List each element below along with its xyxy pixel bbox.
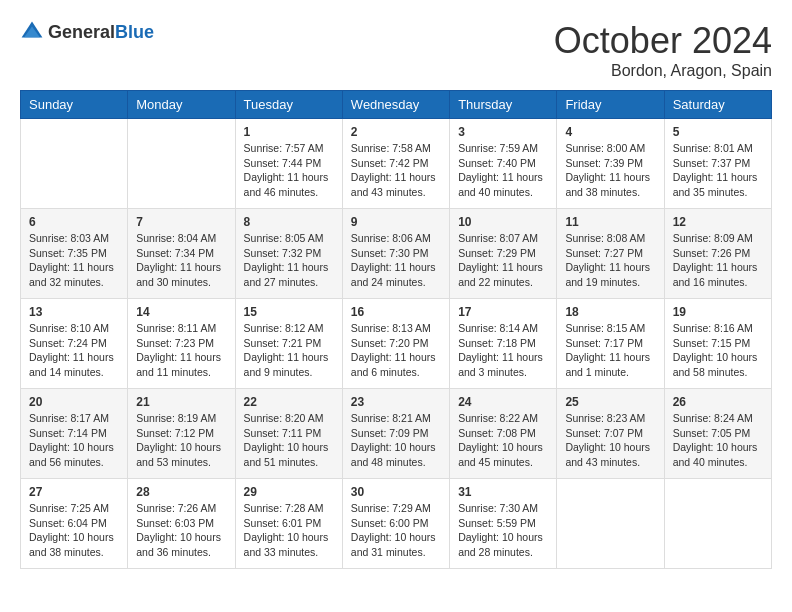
cell-0-5: 4 Sunrise: 8:00 AM Sunset: 7:39 PM Dayli… (557, 119, 664, 209)
week-row-4: 27 Sunrise: 7:25 AM Sunset: 6:04 PM Dayl… (21, 479, 772, 569)
day-info: Sunrise: 8:24 AM Sunset: 7:05 PM Dayligh… (673, 411, 763, 470)
sunrise: Sunrise: 8:17 AM (29, 412, 109, 424)
sunset: Sunset: 7:39 PM (565, 157, 643, 169)
cell-2-5: 18 Sunrise: 8:15 AM Sunset: 7:17 PM Dayl… (557, 299, 664, 389)
day-info: Sunrise: 8:08 AM Sunset: 7:27 PM Dayligh… (565, 231, 655, 290)
logo-text: GeneralBlue (48, 22, 154, 43)
daylight: Daylight: 11 hours and 22 minutes. (458, 261, 543, 288)
sunset: Sunset: 7:07 PM (565, 427, 643, 439)
cell-1-2: 8 Sunrise: 8:05 AM Sunset: 7:32 PM Dayli… (235, 209, 342, 299)
sunset: Sunset: 7:14 PM (29, 427, 107, 439)
day-number: 21 (136, 395, 226, 409)
daylight: Daylight: 10 hours and 53 minutes. (136, 441, 221, 468)
header-wednesday: Wednesday (342, 91, 449, 119)
day-info: Sunrise: 8:14 AM Sunset: 7:18 PM Dayligh… (458, 321, 548, 380)
cell-4-1: 28 Sunrise: 7:26 AM Sunset: 6:03 PM Dayl… (128, 479, 235, 569)
day-number: 18 (565, 305, 655, 319)
sunrise: Sunrise: 8:08 AM (565, 232, 645, 244)
day-number: 6 (29, 215, 119, 229)
cell-1-3: 9 Sunrise: 8:06 AM Sunset: 7:30 PM Dayli… (342, 209, 449, 299)
sunrise: Sunrise: 7:59 AM (458, 142, 538, 154)
daylight: Daylight: 11 hours and 16 minutes. (673, 261, 758, 288)
daylight: Daylight: 10 hours and 38 minutes. (29, 531, 114, 558)
sunset: Sunset: 7:12 PM (136, 427, 214, 439)
sunrise: Sunrise: 8:11 AM (136, 322, 216, 334)
sunset: Sunset: 6:00 PM (351, 517, 429, 529)
cell-2-1: 14 Sunrise: 8:11 AM Sunset: 7:23 PM Dayl… (128, 299, 235, 389)
sunset: Sunset: 7:18 PM (458, 337, 536, 349)
sunrise: Sunrise: 7:28 AM (244, 502, 324, 514)
day-number: 26 (673, 395, 763, 409)
sunrise: Sunrise: 8:19 AM (136, 412, 216, 424)
cell-0-0 (21, 119, 128, 209)
daylight: Daylight: 10 hours and 48 minutes. (351, 441, 436, 468)
month-title: October 2024 (554, 20, 772, 62)
sunset: Sunset: 7:15 PM (673, 337, 751, 349)
daylight: Daylight: 10 hours and 51 minutes. (244, 441, 329, 468)
sunset: Sunset: 6:01 PM (244, 517, 322, 529)
daylight: Daylight: 10 hours and 43 minutes. (565, 441, 650, 468)
day-number: 12 (673, 215, 763, 229)
daylight: Daylight: 10 hours and 58 minutes. (673, 351, 758, 378)
daylight: Daylight: 11 hours and 24 minutes. (351, 261, 436, 288)
day-info: Sunrise: 7:57 AM Sunset: 7:44 PM Dayligh… (244, 141, 334, 200)
cell-4-6 (664, 479, 771, 569)
daylight: Daylight: 10 hours and 45 minutes. (458, 441, 543, 468)
header-monday: Monday (128, 91, 235, 119)
daylight: Daylight: 11 hours and 38 minutes. (565, 171, 650, 198)
day-info: Sunrise: 8:10 AM Sunset: 7:24 PM Dayligh… (29, 321, 119, 380)
day-info: Sunrise: 8:15 AM Sunset: 7:17 PM Dayligh… (565, 321, 655, 380)
day-info: Sunrise: 7:25 AM Sunset: 6:04 PM Dayligh… (29, 501, 119, 560)
day-info: Sunrise: 8:20 AM Sunset: 7:11 PM Dayligh… (244, 411, 334, 470)
sunset: Sunset: 7:29 PM (458, 247, 536, 259)
sunset: Sunset: 7:40 PM (458, 157, 536, 169)
sunset: Sunset: 7:05 PM (673, 427, 751, 439)
sunrise: Sunrise: 8:16 AM (673, 322, 753, 334)
title-section: October 2024 Bordon, Aragon, Spain (554, 20, 772, 80)
day-number: 10 (458, 215, 548, 229)
day-info: Sunrise: 8:05 AM Sunset: 7:32 PM Dayligh… (244, 231, 334, 290)
day-number: 17 (458, 305, 548, 319)
sunset: Sunset: 7:44 PM (244, 157, 322, 169)
page-header: GeneralBlue October 2024 Bordon, Aragon,… (20, 20, 772, 80)
day-number: 31 (458, 485, 548, 499)
sunrise: Sunrise: 8:07 AM (458, 232, 538, 244)
sunset: Sunset: 7:21 PM (244, 337, 322, 349)
day-info: Sunrise: 8:21 AM Sunset: 7:09 PM Dayligh… (351, 411, 441, 470)
header-tuesday: Tuesday (235, 91, 342, 119)
sunset: Sunset: 7:24 PM (29, 337, 107, 349)
location: Bordon, Aragon, Spain (554, 62, 772, 80)
sunset: Sunset: 7:08 PM (458, 427, 536, 439)
day-info: Sunrise: 7:30 AM Sunset: 5:59 PM Dayligh… (458, 501, 548, 560)
cell-1-1: 7 Sunrise: 8:04 AM Sunset: 7:34 PM Dayli… (128, 209, 235, 299)
cell-3-3: 23 Sunrise: 8:21 AM Sunset: 7:09 PM Dayl… (342, 389, 449, 479)
day-number: 16 (351, 305, 441, 319)
day-number: 2 (351, 125, 441, 139)
daylight: Daylight: 10 hours and 31 minutes. (351, 531, 436, 558)
cell-1-4: 10 Sunrise: 8:07 AM Sunset: 7:29 PM Dayl… (450, 209, 557, 299)
daylight: Daylight: 10 hours and 36 minutes. (136, 531, 221, 558)
sunrise: Sunrise: 8:15 AM (565, 322, 645, 334)
daylight: Daylight: 11 hours and 40 minutes. (458, 171, 543, 198)
sunset: Sunset: 7:09 PM (351, 427, 429, 439)
week-row-0: 1 Sunrise: 7:57 AM Sunset: 7:44 PM Dayli… (21, 119, 772, 209)
day-number: 23 (351, 395, 441, 409)
day-info: Sunrise: 8:13 AM Sunset: 7:20 PM Dayligh… (351, 321, 441, 380)
sunrise: Sunrise: 7:29 AM (351, 502, 431, 514)
cell-4-2: 29 Sunrise: 7:28 AM Sunset: 6:01 PM Dayl… (235, 479, 342, 569)
sunset: Sunset: 7:27 PM (565, 247, 643, 259)
sunrise: Sunrise: 8:13 AM (351, 322, 431, 334)
sunrise: Sunrise: 8:14 AM (458, 322, 538, 334)
cell-4-5 (557, 479, 664, 569)
daylight: Daylight: 11 hours and 11 minutes. (136, 351, 221, 378)
header-sunday: Sunday (21, 91, 128, 119)
sunset: Sunset: 5:59 PM (458, 517, 536, 529)
daylight: Daylight: 11 hours and 3 minutes. (458, 351, 543, 378)
sunrise: Sunrise: 8:01 AM (673, 142, 753, 154)
cell-2-4: 17 Sunrise: 8:14 AM Sunset: 7:18 PM Dayl… (450, 299, 557, 389)
sunrise: Sunrise: 8:24 AM (673, 412, 753, 424)
daylight: Daylight: 11 hours and 9 minutes. (244, 351, 329, 378)
cell-2-2: 15 Sunrise: 8:12 AM Sunset: 7:21 PM Dayl… (235, 299, 342, 389)
sunrise: Sunrise: 8:20 AM (244, 412, 324, 424)
day-info: Sunrise: 7:29 AM Sunset: 6:00 PM Dayligh… (351, 501, 441, 560)
